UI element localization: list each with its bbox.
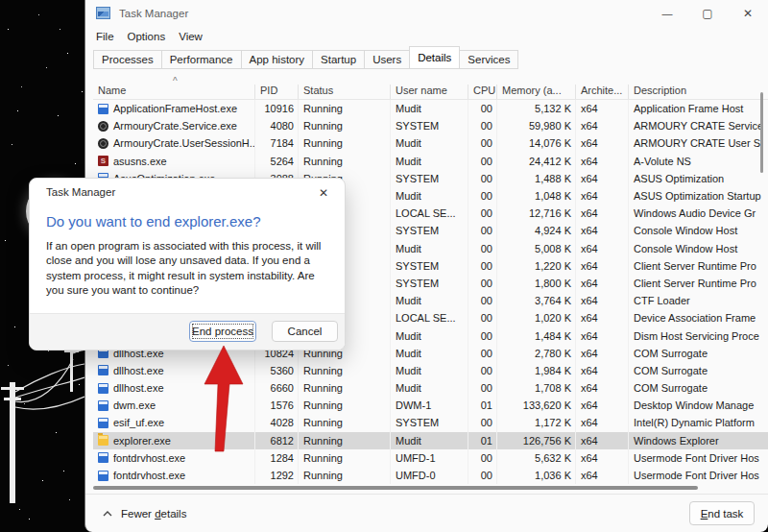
cell-user-name: Mudit <box>391 345 468 362</box>
cell-memory: 1,984 K <box>497 362 576 379</box>
cell-description: Console Window Host <box>629 222 761 239</box>
tab-details[interactable]: Details <box>409 46 460 69</box>
process-name: dllhost.exe <box>113 365 164 376</box>
horizontal-scrollbar-thumb[interactable] <box>93 486 698 490</box>
table-row[interactable]: S asusns.exe 5264 Running Mudit 00 24,41… <box>93 153 768 170</box>
cell-architecture: x64 <box>576 240 629 257</box>
cell-description: Windows Audio Device Gr <box>629 205 761 222</box>
cell-description: ARMOURY CRATE User Ses <box>629 134 761 152</box>
column-header-5[interactable]: CPU <box>468 85 497 99</box>
cell-architecture: x64 <box>576 467 629 484</box>
cell-user-name: UMFD-0 <box>391 467 468 484</box>
dialog-close-icon[interactable]: ✕ <box>313 183 334 203</box>
dialog-heading: Do you want to end explorer.exe? <box>46 213 260 230</box>
process-icon <box>98 138 108 149</box>
cell-cpu: 00 <box>468 153 497 170</box>
cell-description: Windows Explorer <box>629 432 761 449</box>
cell-cpu: 00 <box>468 467 497 484</box>
cell-memory: 1,172 K <box>497 414 576 431</box>
cell-description: A-Volute NS <box>629 153 761 170</box>
table-row[interactable]: ArmouryCrate.Service.exe 4080 Running SY… <box>93 117 768 134</box>
cell-architecture: x64 <box>576 275 629 292</box>
cell-pid: 4080 <box>255 117 299 134</box>
cell-memory: 126,756 K <box>497 432 576 449</box>
cell-memory: 1,020 K <box>497 309 576 326</box>
cell-cpu: 00 <box>468 326 497 344</box>
tab-app-history[interactable]: App history <box>241 50 314 69</box>
column-header-7[interactable]: Archite... <box>576 85 629 99</box>
cell-name: ArmouryCrate.UserSessionH... <box>93 134 255 152</box>
cell-architecture: x64 <box>576 362 629 379</box>
table-row[interactable]: ArmouryCrate.UserSessionH... 7184 Runnin… <box>93 134 768 152</box>
process-name: fontdrvhost.exe <box>113 470 185 481</box>
end-task-button[interactable]: End task <box>689 501 755 525</box>
column-header-2[interactable]: PID <box>255 85 299 99</box>
cell-pid: 6660 <box>255 379 299 397</box>
menu-item-view[interactable]: View <box>172 31 209 42</box>
process-name: ArmouryCrate.UserSessionH... <box>113 137 255 149</box>
cell-cpu: 00 <box>468 134 497 152</box>
cell-user-name: Mudit <box>391 100 468 117</box>
cell-name: ApplicationFrameHost.exe <box>93 100 255 117</box>
cell-architecture: x64 <box>576 100 629 117</box>
fewer-details-label: Fewer details <box>121 508 186 520</box>
cell-status: Running <box>299 117 391 134</box>
menu-item-file[interactable]: File <box>89 31 121 42</box>
window-title: Task Manager <box>119 8 188 19</box>
cell-user-name: Mudit <box>391 432 468 449</box>
column-header-4[interactable]: User name <box>391 85 468 99</box>
footer-bar: Fewer details End task <box>85 494 768 532</box>
process-name: ApplicationFrameHost.exe <box>113 103 237 114</box>
column-header-6[interactable]: Memory (a... <box>497 85 576 99</box>
cell-pid: 5264 <box>255 153 299 170</box>
cell-architecture: x64 <box>576 257 629 275</box>
column-header-8[interactable]: Description <box>629 85 761 99</box>
cell-memory: 5,132 K <box>497 100 576 117</box>
tab-processes[interactable]: Processes <box>93 50 162 69</box>
cell-description: Application Frame Host <box>629 100 761 117</box>
cell-user-name: UMFD-1 <box>391 449 468 467</box>
minimize-button[interactable]: — <box>647 0 687 26</box>
table-row[interactable]: ApplicationFrameHost.exe 10916 Running M… <box>93 100 768 117</box>
column-header-1[interactable]: Name <box>93 85 255 99</box>
tab-startup[interactable]: Startup <box>312 50 365 69</box>
fewer-details-toggle[interactable]: Fewer details <box>103 508 186 520</box>
cancel-button[interactable]: Cancel <box>272 321 338 342</box>
tab-performance[interactable]: Performance <box>161 50 242 69</box>
maximize-button[interactable]: ▢ <box>687 0 728 26</box>
cell-memory: 1,708 K <box>497 379 576 397</box>
cell-memory: 133,620 K <box>497 397 576 414</box>
tab-services[interactable]: Services <box>459 50 518 69</box>
column-header-3[interactable]: Status <box>299 85 391 99</box>
vertical-scrollbar-thumb[interactable] <box>760 92 763 173</box>
close-button[interactable]: ✕ <box>728 0 768 26</box>
process-name: dllhost.exe <box>113 382 164 394</box>
process-name: dwm.exe <box>113 399 156 411</box>
chevron-up-icon <box>103 511 112 517</box>
cell-architecture: x64 <box>576 117 629 134</box>
cell-user-name: Mudit <box>391 153 468 170</box>
cell-user-name: SYSTEM <box>391 117 468 134</box>
process-name: asusns.exe <box>113 156 167 167</box>
cell-cpu: 00 <box>468 309 497 326</box>
cell-pid: 7184 <box>255 134 299 152</box>
cell-memory: 5,008 K <box>497 240 576 257</box>
cell-user-name: SYSTEM <box>391 170 468 187</box>
table-row[interactable]: fontdrvhost.exe 1292 Running UMFD-0 00 1… <box>93 467 768 484</box>
menu-item-options[interactable]: Options <box>121 31 173 42</box>
task-manager-app-icon <box>96 7 110 19</box>
dialog-body-text: If an open program is associated with th… <box>46 239 334 299</box>
cell-user-name: SYSTEM <box>391 222 468 239</box>
tab-users[interactable]: Users <box>364 50 410 69</box>
cell-description: Intel(R) Dynamic Platform <box>629 414 761 431</box>
cell-status: Running <box>299 362 391 379</box>
window-controls: — ▢ ✕ <box>647 0 768 26</box>
cell-description: ASUS Optimization Startup <box>629 187 761 205</box>
cell-cpu: 00 <box>468 414 497 431</box>
cell-memory: 4,924 K <box>497 222 576 239</box>
table-header-row: ^ NamePIDStatusUser nameCPUMemory (a...A… <box>93 79 768 100</box>
cell-pid: 6812 <box>255 432 299 449</box>
cell-name: ArmouryCrate.Service.exe <box>93 117 255 134</box>
cell-pid: 1576 <box>255 397 299 414</box>
cell-description: Usermode Font Driver Hos <box>629 449 761 467</box>
